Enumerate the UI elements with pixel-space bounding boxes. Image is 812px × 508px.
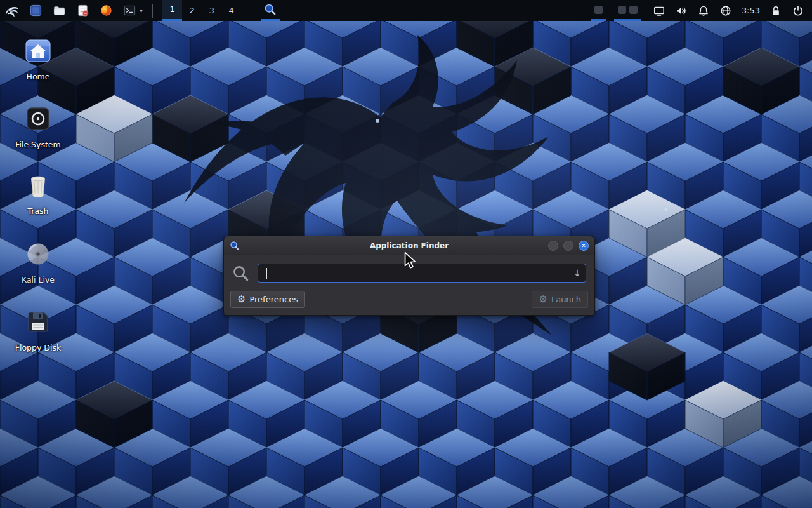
logout-applet[interactable]: [792, 4, 804, 17]
home-icon: [23, 36, 53, 66]
firefox-icon: [100, 4, 113, 17]
kali-menu-button[interactable]: [4, 3, 20, 18]
desktop-icon-label: Trash: [27, 206, 48, 216]
application-finder-window: Application Finder ✕ ↓ ⚙ Preferences: [223, 236, 595, 316]
folder-icon: [53, 4, 66, 17]
window-button[interactable]: [614, 0, 641, 21]
clock[interactable]: 3:53: [742, 6, 760, 15]
launch-gear-icon: ⚙: [539, 295, 547, 304]
window-app-icon: [29, 4, 43, 17]
desktop-icon-kali-live[interactable]: Kali Live: [8, 239, 69, 284]
volume-icon: [675, 4, 688, 17]
appfinder-launcher[interactable]: [261, 0, 280, 21]
disc-icon: [23, 239, 53, 269]
desktop-icon-trash[interactable]: Trash: [8, 170, 69, 216]
text-caret: [266, 268, 267, 279]
display-applet[interactable]: [653, 4, 665, 17]
window-mini-icon: [594, 6, 603, 14]
launcher-text-editor[interactable]: [75, 3, 90, 18]
terminal-icon: [123, 4, 136, 17]
window-mini-icon: [618, 6, 626, 14]
desktop-icon-file-system[interactable]: File System: [8, 104, 69, 149]
launcher-terminal[interactable]: [122, 3, 137, 18]
gear-icon: ⚙: [237, 295, 246, 304]
cursor-arrow-icon: [404, 251, 418, 269]
workspace-1[interactable]: 1: [162, 0, 182, 21]
workspace-3[interactable]: 3: [202, 0, 221, 21]
kali-logo-icon: [4, 3, 20, 19]
launcher-firefox[interactable]: [98, 3, 114, 18]
search-icon: [232, 265, 249, 282]
workspace-2[interactable]: 2: [182, 0, 202, 21]
terminal-dropdown-chevron[interactable]: ▾: [140, 7, 143, 14]
panel-separator: [251, 4, 251, 18]
panel-right: 3:53: [591, 0, 812, 21]
text-editor-icon: [76, 4, 89, 17]
maximize-button[interactable]: [563, 241, 573, 251]
window-mini-icon: [629, 6, 638, 14]
panel-left: ▾ 1 2 3 4: [0, 0, 280, 21]
floppy-icon: [23, 307, 53, 337]
workspace-4[interactable]: 4: [221, 0, 241, 21]
file-system-icon: [23, 104, 53, 134]
search-input[interactable]: ↓: [258, 264, 586, 283]
launcher-window-app[interactable]: [28, 3, 43, 18]
search-input-field[interactable]: [258, 264, 586, 282]
launch-button[interactable]: ⚙ Launch: [532, 291, 588, 308]
magnifier-icon: [264, 3, 277, 16]
workspace-switcher: 1 2 3 4: [162, 0, 241, 21]
titlebar-buttons: ✕: [548, 241, 589, 251]
window-button[interactable]: [591, 0, 606, 21]
mouse-cursor: [404, 251, 418, 271]
power-icon: [792, 4, 804, 17]
window-buttons: [591, 0, 641, 21]
lock-icon: [769, 4, 782, 17]
top-panel: ▾ 1 2 3 4: [0, 0, 812, 21]
trash-icon: [23, 170, 53, 201]
network-applet[interactable]: [719, 4, 732, 17]
dropdown-arrow-icon[interactable]: ↓: [573, 269, 581, 277]
button-row: ⚙ Preferences ⚙ Launch: [230, 291, 588, 308]
minimize-button[interactable]: [548, 241, 558, 251]
desktop-icon-floppy-disk[interactable]: Floppy Disk: [8, 307, 69, 352]
launcher-file-manager[interactable]: [51, 3, 67, 18]
globe-network-icon: [719, 4, 732, 17]
desktop-icon-label: Floppy Disk: [15, 343, 61, 352]
appfinder-window-icon: [230, 241, 240, 251]
preferences-button[interactable]: ⚙ Preferences: [230, 291, 305, 308]
display-icon: [653, 4, 665, 17]
desktop-icon-home[interactable]: Home: [8, 36, 69, 81]
preferences-button-label: Preferences: [249, 295, 298, 304]
window-title: Application Finder: [224, 241, 594, 250]
close-icon: ✕: [581, 243, 586, 249]
desktop-icon-label: Kali Live: [22, 275, 55, 284]
desktop-icon-label: File System: [15, 140, 61, 149]
system-tray: 3:53: [653, 4, 812, 17]
volume-applet[interactable]: [675, 4, 688, 17]
panel-separator: [152, 4, 153, 18]
bell-icon: [697, 4, 710, 17]
notifications-applet[interactable]: [697, 4, 710, 17]
desktop-icon-label: Home: [27, 72, 50, 81]
launch-button-label: Launch: [551, 295, 581, 304]
close-button[interactable]: ✕: [579, 241, 589, 251]
lock-applet[interactable]: [769, 4, 782, 17]
